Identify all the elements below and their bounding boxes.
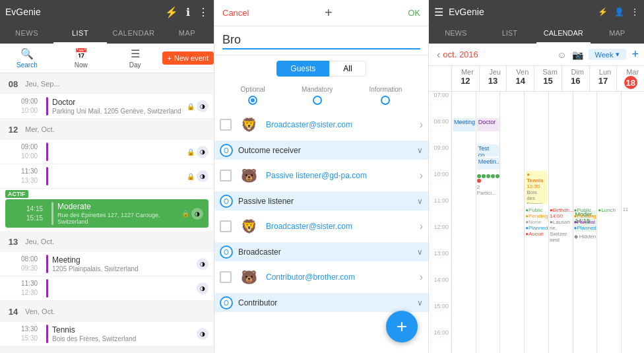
lock-icon: 🔒 xyxy=(187,148,195,156)
guest-check-1[interactable] xyxy=(220,119,232,131)
lightning-icon-right[interactable]: ⚡ xyxy=(598,7,608,16)
event-tennis[interactable]: 13:3015:30 Tennis Bois des Frères, Switz… xyxy=(0,322,214,346)
event-12-1[interactable]: 09:0010:00 🔒 ◑ xyxy=(0,140,214,164)
role-arrow-1[interactable]: ∨ xyxy=(417,146,423,155)
day-col-4[interactable]: ●Birthdh... 14:00 ●Lausan ne, Switzer la… xyxy=(549,92,573,353)
role-bar-2[interactable]: O Passive listener ∨ xyxy=(214,192,428,210)
add-icon[interactable]: + xyxy=(325,5,333,20)
menu-icon-right[interactable]: ⋮ xyxy=(631,7,639,16)
cal-prev[interactable]: ‹ xyxy=(434,49,443,61)
ok-button[interactable]: OK xyxy=(408,8,420,18)
right-tab-news[interactable]: NEWS xyxy=(429,24,483,44)
cancel-button[interactable]: Cancel xyxy=(222,8,249,18)
now-button[interactable]: 📅 Now xyxy=(54,48,108,69)
event-moderate[interactable]: 14:1515:15 Moderate Rue des Épinettes 12… xyxy=(5,199,209,228)
expand-arrow-2[interactable]: › xyxy=(420,170,423,181)
optional-radio[interactable] xyxy=(248,96,257,105)
day-col-5[interactable]: Moder... 14:15 ◆ Hidden ●Public ●Pending… xyxy=(573,92,598,353)
cal-event-meeting[interactable]: Meeting xyxy=(453,118,475,131)
event-list: 08 Jeu, Sep... 09:0010:00 Doctor Parking… xyxy=(0,73,214,353)
event-meeting[interactable]: 08:0009:30 Meeting 1205 Plainpalais, Swi… xyxy=(0,252,214,276)
guest-email-4[interactable]: Contributor@brother.com xyxy=(266,273,355,282)
role-arrow-3[interactable]: ∨ xyxy=(417,247,423,257)
camera-icon[interactable]: 📷 xyxy=(572,49,583,60)
role-bar-4[interactable]: O Contributor ∨ xyxy=(214,294,428,312)
search-input[interactable] xyxy=(222,32,420,49)
color-dot: ◑ xyxy=(197,100,209,112)
event-doctor[interactable]: 09:0010:00 Doctor Parking Uni Mail, 1205… xyxy=(0,94,214,119)
day-col-0[interactable]: Meeting xyxy=(452,92,476,353)
cal-event-meetin[interactable]: Meetin... xyxy=(477,158,499,170)
event-time: 08:0009:30 xyxy=(21,255,46,273)
face-icon[interactable]: ☺ xyxy=(557,49,566,60)
role-arrow-2[interactable]: ∨ xyxy=(417,197,423,206)
day-button[interactable]: ☰ Day xyxy=(108,48,162,69)
expand-arrow-4[interactable]: › xyxy=(420,271,423,283)
time-header-spacer xyxy=(429,66,452,91)
fab-button[interactable]: + xyxy=(386,311,418,342)
right-tab-calendar[interactable]: CALENDAR xyxy=(536,24,591,44)
legend-items-3: ●Public ●Pending ●None ●Planned ●Aucun xyxy=(525,207,548,237)
new-event-label: New event xyxy=(174,54,209,62)
day-col-2[interactable] xyxy=(500,92,525,353)
mandatory-radio[interactable] xyxy=(313,96,322,105)
event-icons: ◑ xyxy=(197,279,209,298)
right-tab-list[interactable]: LIST xyxy=(483,24,537,44)
guest-check-4[interactable] xyxy=(220,271,232,283)
day-col-6[interactable]: ●Lunch xyxy=(597,92,621,353)
event-title: Tennis xyxy=(52,325,197,335)
guest-avatar-1: 🦁 xyxy=(237,113,261,137)
guest-email-2[interactable]: Passive listener@gd-pa.com xyxy=(266,171,367,180)
cal-add-button[interactable]: + xyxy=(631,48,639,61)
guest-check-3[interactable] xyxy=(220,220,232,232)
day-col-1[interactable]: Doctor Test co... Meetin... 2 Partici... xyxy=(476,92,501,353)
search-button[interactable]: 🔍 Search xyxy=(0,48,54,69)
day-col-3[interactable]: ● Tennis 13:30 Bois des Frères, Switzer … xyxy=(525,92,549,353)
lunch-label: ●Lunch xyxy=(598,207,616,213)
info-icon[interactable]: ℹ xyxy=(186,6,190,18)
role-label-2: Passive listener xyxy=(238,197,417,206)
guest-email-1[interactable]: Broadcaster@sister.com xyxy=(266,120,352,129)
right-tab-map[interactable]: MAP xyxy=(591,24,645,44)
tab-all[interactable]: All xyxy=(329,61,366,77)
day-col-mer: Mer 12 xyxy=(452,66,480,91)
day-num-15: 15 xyxy=(5,349,21,353)
expand-arrow-3[interactable]: › xyxy=(420,220,423,232)
event-12-2[interactable]: 11:3013:30 🔒 ◑ xyxy=(0,164,214,189)
guest-check-2[interactable] xyxy=(220,170,232,181)
left-tab-list[interactable]: LIST xyxy=(53,24,107,44)
time-1200: 12:00 xyxy=(429,224,451,237)
guest-email-3[interactable]: Broadcaster@sister.com xyxy=(266,222,352,231)
time-1000: 10:00 xyxy=(429,171,451,184)
new-event-button[interactable]: + New event xyxy=(162,51,214,65)
left-tab-news[interactable]: NEWS xyxy=(0,24,53,44)
lightning-icon[interactable]: ⚡ xyxy=(165,6,178,18)
tab-guests[interactable]: Guests xyxy=(276,61,329,77)
cal-event-tennis[interactable]: ● Tennis 13:30 Bois des Frères, Switzer … xyxy=(525,171,548,204)
event-13-2[interactable]: 11:3012:30 ◑ xyxy=(0,276,214,301)
menu-icon[interactable]: ⋮ xyxy=(198,6,209,18)
left-tab-calendar[interactable]: CALENDAR xyxy=(107,24,160,44)
event-time: 11:3012:30 xyxy=(21,279,46,298)
event-time: 09:0010:00 xyxy=(21,143,46,161)
expand-arrow-1[interactable]: › xyxy=(420,119,423,131)
time-0930 xyxy=(429,158,451,171)
guest-info-4: Contributor@brother.com xyxy=(266,273,420,282)
day-num-sam: 15 xyxy=(536,76,560,86)
role-arrow-4[interactable]: ∨ xyxy=(417,298,423,307)
cal-event-testco[interactable]: Test co... xyxy=(477,144,499,156)
week-button[interactable]: Week ▾ xyxy=(589,49,627,60)
event-loc: 1205 Plainpalais, Switzerland xyxy=(52,265,197,273)
account-icon[interactable]: 👤 xyxy=(614,7,624,16)
day-header-14: 14 Ven, Oct. xyxy=(0,301,214,322)
hamburger-icon[interactable]: ☰ xyxy=(434,6,443,18)
time-1500: 15:00 xyxy=(429,303,451,316)
guest-avatar-4: 🐻 xyxy=(237,265,261,289)
cal-event-doctor[interactable]: Doctor xyxy=(477,118,499,131)
role-bar-1[interactable]: O Outcome receiver ∨ xyxy=(214,141,428,160)
search-icon: 🔍 xyxy=(20,48,34,60)
birthday-event[interactable]: ●Birthdh... 14:00 ●Lausan ne, Switzer la… xyxy=(550,207,574,243)
role-bar-3[interactable]: O Broadcaster ∨ xyxy=(214,243,428,261)
information-radio[interactable] xyxy=(381,96,390,105)
left-tab-map[interactable]: MAP xyxy=(160,24,214,44)
